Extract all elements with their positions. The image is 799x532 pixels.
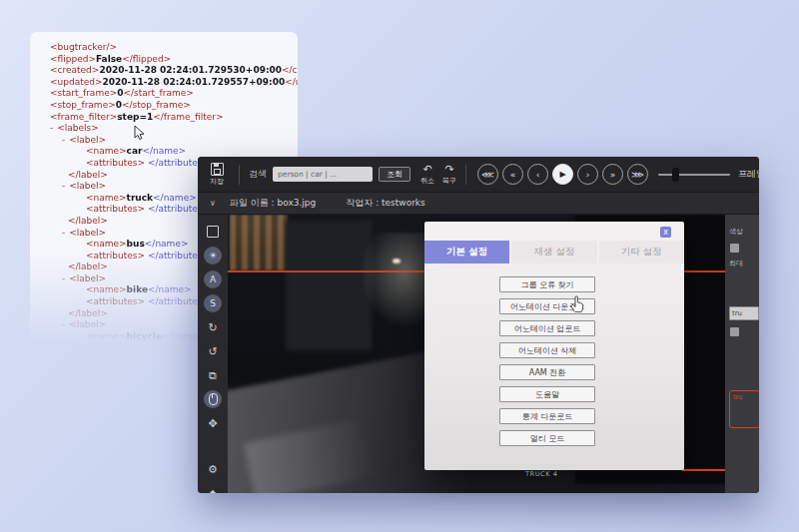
go-first-button[interactable]: ⋘: [477, 164, 498, 185]
xml-line: <bugtracker/>: [38, 42, 298, 54]
rotate-cw-icon[interactable]: ↻: [204, 318, 222, 336]
settings-buttons: 그룹 오류 찾기어노테이션 다운로드어노테이션 업로드어노테이션 삭제AAM 전…: [417, 276, 677, 446]
bottom-diamond-icon[interactable]: ◆: [204, 484, 222, 493]
tab-basic-settings[interactable]: 기본 설정: [424, 241, 509, 264]
annotation-line[interactable]: [682, 469, 725, 471]
settings-modal: x 기본 설정재생 설정기타 설정 그룹 오류 찾기어노테이션 다운로드어노테이…: [424, 222, 684, 470]
playback-controls: ⋘«‹▶›»⋙: [477, 164, 648, 185]
back-multi-button[interactable]: «: [502, 164, 523, 185]
brightness-icon[interactable]: ☀: [204, 247, 222, 265]
divider: [465, 165, 466, 185]
modal-button[interactable]: 어노테이션 다운로드: [499, 298, 595, 314]
xml-line: <frame_filter>step=1</frame_filter>: [38, 112, 298, 124]
frame-label: 프레임: [738, 168, 759, 181]
smart-tool-icon[interactable]: S: [204, 294, 222, 312]
xml-line: <flipped>False</flipped>: [38, 54, 298, 66]
bounding-box-tool-icon[interactable]: [204, 223, 222, 241]
save-button[interactable]: 저장: [204, 163, 230, 187]
modal-button[interactable]: AAM 전환: [499, 364, 595, 380]
xml-line: <stop_frame>0</stop_frame>: [38, 100, 298, 112]
xml-line: <start_frame>0</start_frame>: [38, 88, 298, 100]
search-label: 검색: [249, 168, 267, 181]
query-button[interactable]: 조회: [379, 167, 410, 182]
second-label: 최대: [729, 259, 759, 268]
modal-button[interactable]: 멀티 모드: [499, 430, 595, 446]
modal-button[interactable]: 통계 다운로드: [499, 408, 595, 424]
settings-gear-icon[interactable]: ⚙: [204, 460, 222, 478]
lit-building: [230, 215, 288, 270]
redo-icon: ↷: [444, 164, 453, 175]
checkbox[interactable]: [730, 327, 739, 336]
streetlight: [393, 259, 400, 264]
modal-button[interactable]: 어노테이션 삭제: [499, 342, 595, 358]
undo-button[interactable]: ↶ 취소: [420, 164, 434, 186]
xml-line: -<label>: [38, 135, 298, 147]
go-last-button[interactable]: ⋙: [627, 164, 648, 185]
tab-other-settings[interactable]: 기타 설정: [599, 241, 684, 264]
file-name-label: 파일 이름 : box3.jpg: [230, 197, 316, 210]
color-swatch[interactable]: [730, 244, 739, 253]
undo-icon: ↶: [422, 164, 431, 175]
modal-button[interactable]: 도움말: [499, 386, 595, 402]
screenshot-stage: <bugtracker/><flipped>False</flipped><cr…: [0, 0, 799, 532]
search-input[interactable]: [273, 167, 373, 182]
settings-tabs: 기본 설정재생 설정기타 설정: [424, 241, 684, 264]
forward-button[interactable]: ›: [577, 164, 598, 185]
back-button[interactable]: ‹: [527, 164, 548, 185]
fullscreen-icon[interactable]: ✥: [204, 414, 222, 432]
annotation-label-truck: TRUCK 4: [525, 470, 557, 478]
chevron-down-icon[interactable]: ∨: [210, 199, 216, 208]
xml-line: <created>2020-11-28 02:24:01.729530+09:0…: [38, 65, 298, 77]
color-label: 색상: [729, 227, 759, 237]
rotate-ccw-icon[interactable]: ↺: [204, 342, 222, 360]
top-toolbar: 저장 검색 조회 ↶ 취소 ↷ 복구 ⋘«‹▶›»⋙ 프레임 / 9: [198, 157, 759, 193]
redo-button[interactable]: ↷ 복구: [442, 164, 456, 186]
xml-line: -<labels>: [38, 123, 298, 135]
worker-label: 작업자 : testworks: [346, 197, 425, 210]
play-button[interactable]: ▶: [552, 164, 573, 185]
forward-multi-button[interactable]: »: [602, 164, 623, 185]
save-icon: [211, 163, 224, 176]
label-name-input[interactable]: [729, 306, 759, 320]
file-info-bar: ∨ 파일 이름 : box3.jpg 작업자 : testworks: [198, 193, 759, 215]
mouse-icon[interactable]: [204, 390, 222, 408]
selected-annotation-item[interactable]: tru: [729, 390, 759, 428]
frame-slider[interactable]: [658, 168, 730, 182]
close-icon[interactable]: x: [660, 227, 671, 238]
modal-button[interactable]: 어노테이션 업로드: [499, 320, 595, 336]
divider: [239, 165, 240, 185]
slider-track: [658, 174, 730, 177]
tab-playback-settings[interactable]: 재생 설정: [511, 241, 596, 264]
copy-icon[interactable]: ⧉: [204, 366, 222, 384]
left-tool-sidebar: ☀AS↻↺⧉✥⚙◆: [198, 215, 228, 493]
auto-annotate-icon[interactable]: A: [204, 270, 222, 288]
slider-handle[interactable]: [672, 168, 679, 182]
modal-button[interactable]: 그룹 오류 찾기: [499, 276, 595, 292]
xml-line: <updated>2020-11-28 02:24:01.729557+09:0…: [38, 77, 298, 89]
right-properties-panel: 색상 최대 tru: [725, 215, 759, 493]
